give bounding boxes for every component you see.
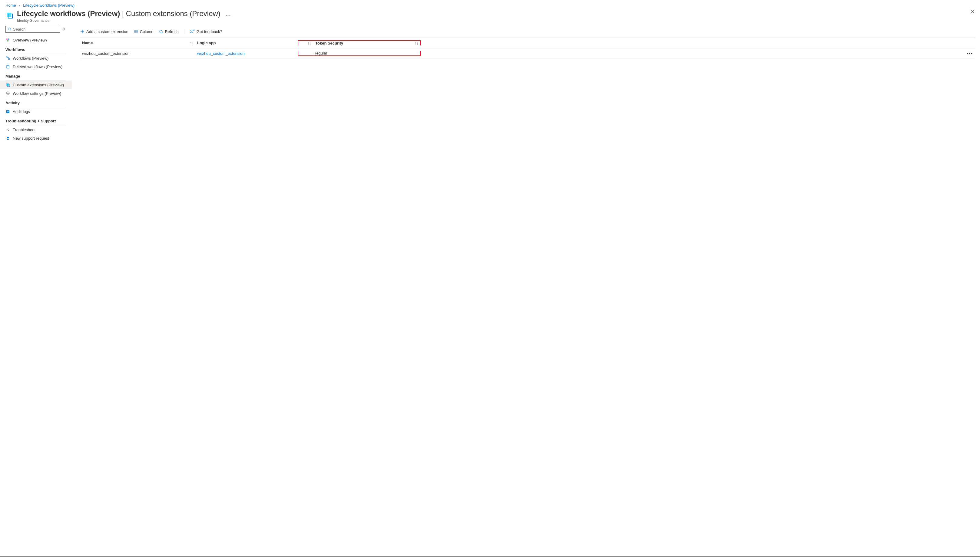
svg-point-22 (7, 136, 9, 138)
overview-icon (5, 38, 10, 43)
column-button[interactable]: Column (134, 30, 154, 34)
trash-icon (5, 64, 10, 69)
main-content: Add a custom extension Column Refresh Go… (72, 26, 980, 143)
svg-rect-10 (8, 59, 10, 60)
support-icon (5, 136, 10, 141)
nav-deleted-workflows[interactable]: Deleted workflows (Preview) (5, 62, 72, 71)
svg-point-16 (7, 92, 10, 95)
nav-section-manage: Manage (5, 71, 66, 80)
sort-icon: ↑↓ (190, 41, 193, 45)
column-label: Column (140, 30, 154, 34)
refresh-icon (159, 30, 163, 34)
svg-point-7 (8, 38, 10, 40)
svg-point-6 (7, 38, 8, 40)
col-header-name[interactable]: Name ↑↓ (80, 41, 195, 45)
nav-section-workflows: Workflows (5, 44, 66, 54)
nav-custom-ext-label: Custom extensions (Preview) (13, 83, 64, 87)
logic-app-link[interactable]: wezhou_custom_extension (197, 51, 245, 56)
collapse-sidebar-icon[interactable] (62, 27, 67, 32)
nav-deleted-label: Deleted workflows (Preview) (13, 64, 62, 69)
extensions-table: Name ↑↓ Logic app ↑↓Token Security ↑↓ we… (80, 38, 975, 59)
cell-token-security: Regular (298, 51, 421, 56)
nav-section-activity: Activity (5, 98, 66, 107)
svg-rect-0 (7, 13, 11, 17)
nav-custom-extensions[interactable]: Custom extensions (Preview) (0, 80, 72, 89)
more-icon[interactable]: ⋯ (225, 13, 231, 18)
cell-name: wezhou_custom_extension (80, 51, 195, 56)
page-subtitle: Identity Governance (17, 18, 231, 23)
search-icon (8, 27, 12, 31)
feedback-button[interactable]: Got feedback? (190, 30, 222, 34)
close-icon[interactable] (970, 10, 975, 15)
chevron-right-icon: › (19, 3, 20, 8)
sidebar: Overview (Preview) Workflows Workflows (… (0, 26, 72, 143)
page-header: Lifecycle workflows (Preview) | Custom e… (0, 8, 980, 26)
svg-point-8 (7, 40, 8, 41)
nav-wf-settings-label: Workflow settings (Preview) (13, 91, 61, 96)
nav-overview-label: Overview (Preview) (13, 38, 47, 43)
refresh-button[interactable]: Refresh (159, 30, 179, 34)
nav-troubleshoot-label: Troubleshoot (13, 128, 35, 132)
svg-rect-11 (7, 66, 9, 68)
log-icon (5, 109, 10, 114)
feedback-icon (190, 30, 195, 34)
col-header-logic[interactable]: Logic app (195, 41, 298, 45)
nav-troubleshoot[interactable]: Troubleshoot (5, 125, 72, 134)
search-input[interactable] (5, 26, 60, 33)
nav-workflow-settings[interactable]: Workflow settings (Preview) (5, 89, 72, 98)
svg-line-5 (10, 30, 11, 31)
toolbar: Add a custom extension Column Refresh Go… (80, 26, 975, 38)
col-header-token-security[interactable]: ↑↓Token Security ↑↓ (298, 40, 421, 46)
nav-workflows[interactable]: Workflows (Preview) (5, 54, 72, 62)
table-row[interactable]: wezhou_custom_extension wezhou_custom_ex… (80, 48, 975, 59)
wrench-icon (5, 127, 10, 132)
extension-icon (5, 82, 10, 87)
svg-point-4 (8, 28, 11, 30)
nav-audit-logs[interactable]: Audit logs (5, 107, 72, 116)
refresh-label: Refresh (165, 30, 179, 34)
row-more-icon[interactable]: ••• (967, 51, 973, 56)
sort-icon: ↑↓ (415, 41, 418, 46)
breadcrumb: Home › Lifecycle workflows (Preview) (0, 0, 980, 8)
nav-new-support-label: New support request (13, 136, 49, 141)
gear-icon (5, 91, 10, 96)
svg-rect-14 (7, 83, 9, 86)
nav-workflows-label: Workflows (Preview) (13, 56, 48, 61)
breadcrumb-current[interactable]: Lifecycle workflows (Preview) (23, 3, 74, 8)
nav-new-support[interactable]: New support request (5, 134, 72, 143)
columns-icon (134, 30, 138, 34)
nav-audit-label: Audit logs (13, 109, 30, 114)
workflow-icon (5, 56, 10, 61)
sort-icon: ↑↓ (307, 41, 311, 46)
svg-rect-9 (6, 57, 7, 58)
svg-point-31 (191, 30, 192, 31)
nav-overview[interactable]: Overview (Preview) (5, 36, 72, 44)
breadcrumb-home[interactable]: Home (5, 3, 16, 8)
cell-actions: ••• (421, 51, 975, 56)
nav-section-support: Troubleshooting + Support (5, 116, 66, 125)
plus-icon (80, 30, 85, 34)
table-header: Name ↑↓ Logic app ↑↓Token Security ↑↓ (80, 38, 975, 48)
cell-logic-app: wezhou_custom_extension (195, 51, 298, 56)
page-title: Lifecycle workflows (Preview) | Custom e… (17, 10, 231, 18)
resource-icon (5, 11, 14, 20)
add-extension-label: Add a custom extension (86, 30, 128, 34)
svg-point-17 (7, 93, 8, 94)
feedback-label: Got feedback? (197, 30, 222, 34)
add-extension-button[interactable]: Add a custom extension (80, 30, 128, 34)
